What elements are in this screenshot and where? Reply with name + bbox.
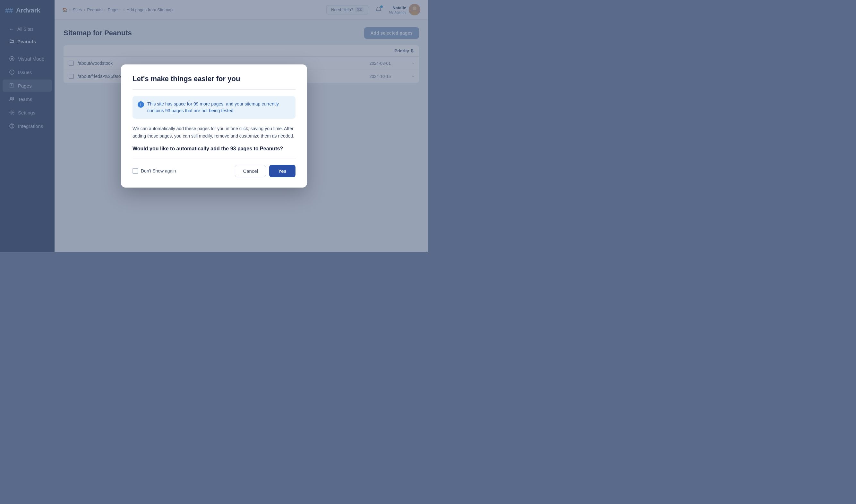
dont-show-text: Don't Show again bbox=[141, 168, 176, 174]
modal-footer: Don't Show again Cancel Yes bbox=[133, 165, 296, 177]
info-icon: i bbox=[138, 101, 144, 108]
dont-show-checkbox[interactable] bbox=[133, 168, 138, 174]
yes-button[interactable]: Yes bbox=[269, 165, 296, 177]
modal-question: Would you like to automatically add the … bbox=[133, 146, 296, 152]
cancel-button[interactable]: Cancel bbox=[235, 165, 266, 177]
modal-dialog: Let's make things easier for you i This … bbox=[121, 65, 307, 187]
modal-info-text: This site has space for 99 more pages, a… bbox=[147, 101, 290, 114]
dont-show-label[interactable]: Don't Show again bbox=[133, 168, 176, 174]
modal-actions: Cancel Yes bbox=[235, 165, 296, 177]
modal-divider-top bbox=[133, 89, 296, 90]
modal-title: Let's make things easier for you bbox=[133, 75, 296, 83]
modal-overlay: Let's make things easier for you i This … bbox=[0, 0, 428, 252]
modal-info-box: i This site has space for 99 more pages,… bbox=[133, 96, 296, 119]
modal-body-text: We can automatically add these pages for… bbox=[133, 125, 296, 140]
modal-divider-bottom bbox=[133, 158, 296, 158]
